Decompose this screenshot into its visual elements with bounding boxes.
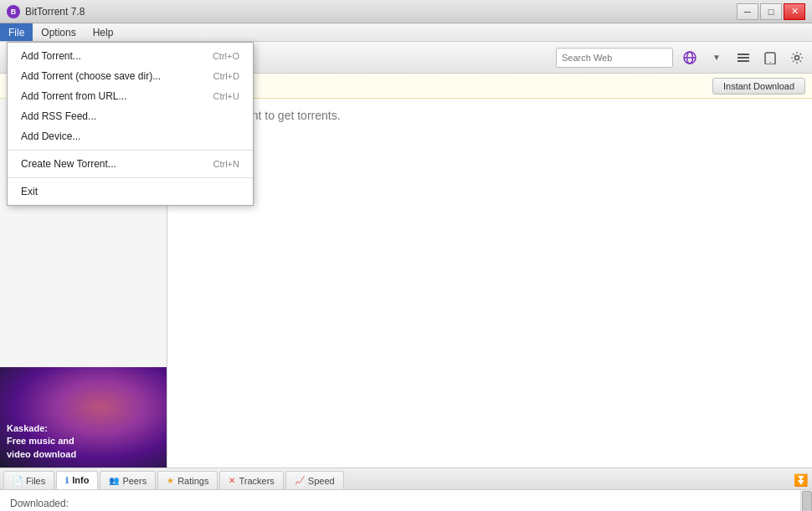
menu-help[interactable]: Help	[85, 23, 122, 41]
bottom-panel: 📄 Files ℹ Info 👥 Peers ★ Ratings ✕ Track…	[0, 468, 812, 511]
tab-expand-button[interactable]: ⏬	[792, 471, 809, 489]
featured-area: eatured Content to get torrents.	[167, 99, 812, 468]
tab-trackers[interactable]: ✕ Trackers	[219, 471, 283, 489]
ad-text: Kaskade: Free music and video download	[7, 422, 161, 461]
toolbar-right-icons: ▼	[678, 46, 809, 69]
svg-rect-15	[737, 54, 749, 55]
close-button[interactable]: ✕	[784, 3, 805, 20]
tab-bar: 📄 Files ℹ Info 👥 Peers ★ Ratings ✕ Track…	[0, 468, 812, 490]
info-panel: Downloaded: Availability: Transfer Time …	[0, 490, 812, 511]
tab-peers[interactable]: 👥 Peers	[100, 471, 156, 489]
list-view-icon[interactable]	[732, 46, 755, 69]
minimize-button[interactable]: ─	[737, 3, 758, 20]
menu-add-torrent-url[interactable]: Add Torrent from URL... Ctrl+U	[8, 86, 253, 106]
svg-rect-17	[737, 60, 749, 62]
tablet-icon[interactable]	[758, 46, 782, 69]
menu-add-device[interactable]: Add Device...	[8, 126, 253, 146]
menu-options[interactable]: Options	[33, 23, 84, 41]
search-input[interactable]	[556, 48, 673, 68]
menu-add-torrent-savedir[interactable]: Add Torrent (choose save dir)... Ctrl+D	[8, 66, 253, 86]
info-tab-icon: ℹ	[65, 476, 69, 485]
scrollbar-thumb[interactable]	[802, 491, 812, 511]
menu-create-torrent[interactable]: Create New Torrent... Ctrl+N	[8, 154, 253, 174]
menu-exit[interactable]: Exit	[8, 181, 253, 202]
ad-banner[interactable]: Kaskade: Free music and video download	[0, 367, 167, 468]
instant-download-button[interactable]: Instant Download	[712, 78, 805, 95]
downloaded-row: Downloaded:	[10, 495, 802, 511]
dropdown-separator-2	[8, 177, 253, 178]
browser-icon[interactable]	[678, 46, 702, 69]
tab-info[interactable]: ℹ Info	[56, 471, 98, 489]
svg-rect-16	[737, 57, 749, 59]
app-icon: B	[7, 5, 20, 18]
content-area: eatured Content to get torrents.	[167, 99, 812, 468]
ratings-tab-icon: ★	[167, 476, 174, 485]
settings-icon[interactable]	[785, 46, 809, 69]
app-title: BitTorrent 7.8	[25, 6, 85, 18]
tab-files[interactable]: 📄 Files	[3, 471, 54, 489]
trackers-tab-icon: ✕	[229, 476, 235, 485]
menu-add-rss[interactable]: Add RSS Feed...	[8, 106, 253, 126]
menu-file[interactable]: File	[0, 23, 33, 41]
files-tab-icon: 📄	[13, 476, 23, 485]
peers-tab-icon: 👥	[109, 476, 119, 485]
dropdown-separator-1	[8, 150, 253, 151]
downloaded-label: Downloaded:	[10, 498, 110, 509]
restore-button[interactable]: □	[760, 3, 782, 20]
dropdown-arrow-icon[interactable]: ▼	[705, 46, 728, 69]
svg-point-20	[795, 55, 799, 59]
tab-ratings[interactable]: ★ Ratings	[157, 471, 218, 489]
speed-tab-icon: 📈	[295, 476, 305, 485]
tab-speed[interactable]: 📈 Speed	[285, 471, 344, 489]
menu-bar: File Options Help	[0, 23, 812, 42]
vertical-scrollbar[interactable]	[800, 490, 812, 511]
menu-add-torrent[interactable]: Add Torrent... Ctrl+O	[8, 46, 253, 66]
file-dropdown-menu: Add Torrent... Ctrl+O Add Torrent (choos…	[7, 42, 254, 206]
title-bar-left: B BitTorrent 7.8	[7, 5, 85, 18]
title-bar: B BitTorrent 7.8 ─ □ ✕	[0, 0, 812, 23]
window-controls: ─ □ ✕	[737, 3, 805, 20]
